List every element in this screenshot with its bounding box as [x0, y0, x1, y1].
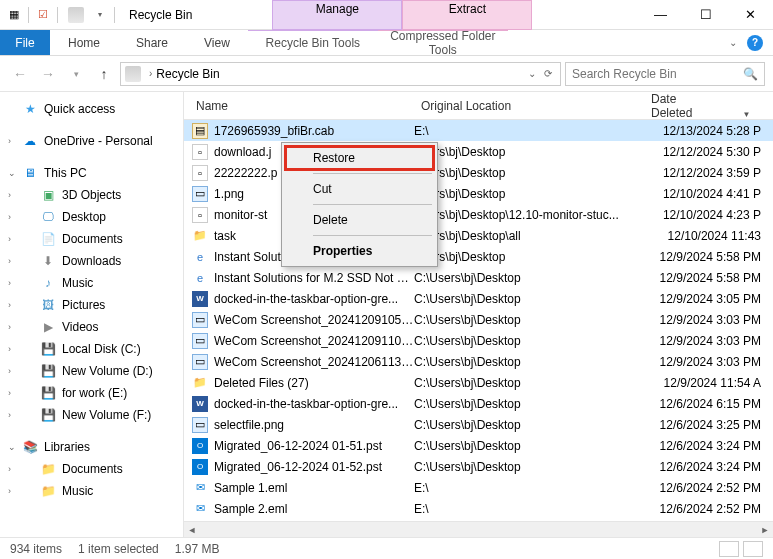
- file-row[interactable]: 📁Deleted Files (27)C:\Users\bj\Desktop12…: [184, 372, 773, 393]
- expand-icon[interactable]: ›: [8, 234, 11, 244]
- view-details-button[interactable]: [719, 541, 739, 557]
- sidebar-item[interactable]: ›📄Documents: [0, 228, 183, 250]
- horizontal-scrollbar[interactable]: ◄ ►: [184, 521, 773, 537]
- file-row[interactable]: Wdocked-in-the-taskbar-option-gre...C:\U…: [184, 288, 773, 309]
- file-date: 12/10/2024 4:23 P: [644, 208, 773, 222]
- sidebar-item[interactable]: ›💾New Volume (F:): [0, 404, 183, 426]
- sidebar-item[interactable]: ›🖼Pictures: [0, 294, 183, 316]
- expand-icon[interactable]: ›: [8, 190, 11, 200]
- help-icon[interactable]: ?: [747, 35, 763, 51]
- expand-icon[interactable]: ›: [8, 366, 11, 376]
- column-original-location[interactable]: Original Location: [409, 99, 639, 113]
- file-row[interactable]: ▭WeCom Screenshot_202412061139...C:\User…: [184, 351, 773, 372]
- file-row[interactable]: ▭selectfile.pngC:\Users\bj\Desktop12/6/2…: [184, 414, 773, 435]
- view-thumbnails-button[interactable]: [743, 541, 763, 557]
- ribbon-file-tab[interactable]: File: [0, 30, 50, 55]
- sidebar-item[interactable]: ›🖵Desktop: [0, 206, 183, 228]
- nav-up-button[interactable]: ↑: [92, 62, 116, 86]
- ribbon-compressed-tools[interactable]: Compressed Folder Tools: [378, 30, 508, 55]
- sidebar-onedrive[interactable]: › ☁ OneDrive - Personal: [0, 130, 183, 152]
- chevron-right-icon[interactable]: ›: [145, 68, 156, 79]
- qat-dropdown-icon[interactable]: ▾: [92, 7, 108, 23]
- ribbon-home-tab[interactable]: Home: [50, 30, 118, 55]
- close-button[interactable]: ✕: [728, 0, 773, 30]
- expand-icon[interactable]: ›: [8, 300, 11, 310]
- scroll-left-icon[interactable]: ◄: [184, 522, 200, 538]
- search-icon[interactable]: 🔍: [743, 67, 758, 81]
- ribbon-share-tab[interactable]: Share: [118, 30, 186, 55]
- file-row[interactable]: OMigrated_06-12-2024 01-52.pstC:\Users\b…: [184, 456, 773, 477]
- expand-icon[interactable]: ›: [8, 212, 11, 222]
- sidebar-item[interactable]: ›💾Local Disk (C:): [0, 338, 183, 360]
- status-size: 1.97 MB: [175, 542, 220, 556]
- ribbon-expand-icon[interactable]: ⌄: [729, 37, 737, 48]
- file-row[interactable]: ▫monitor-stUsers\bj\Desktop\12.10-monito…: [184, 204, 773, 225]
- expand-icon[interactable]: ›: [8, 486, 11, 496]
- collapse-icon[interactable]: ⌄: [8, 442, 16, 452]
- maximize-button[interactable]: ☐: [683, 0, 728, 30]
- refresh-icon[interactable]: ⟳: [540, 68, 556, 79]
- file-row[interactable]: eInstant Solutions for ... Users\bj\Desk…: [184, 246, 773, 267]
- address-dropdown-icon[interactable]: ⌄: [524, 68, 540, 79]
- sidebar-item[interactable]: ›▣3D Objects: [0, 184, 183, 206]
- expand-icon[interactable]: ›: [8, 136, 11, 146]
- file-row[interactable]: ▭WeCom Screenshot_202412091100...C:\User…: [184, 330, 773, 351]
- qat-properties-icon[interactable]: ▦: [6, 7, 22, 23]
- file-row[interactable]: eInstant Solutions for M.2 SSD Not S...C…: [184, 267, 773, 288]
- sidebar-item[interactable]: ›💾for work (E:): [0, 382, 183, 404]
- file-row[interactable]: Wdocked-in-the-taskbar-option-gre...C:\U…: [184, 393, 773, 414]
- sidebar-item[interactable]: ›♪Music: [0, 272, 183, 294]
- minimize-button[interactable]: —: [638, 0, 683, 30]
- context-tab-extract[interactable]: Extract: [402, 0, 532, 30]
- sidebar-libraries[interactable]: ⌄ 📚 Libraries: [0, 436, 183, 458]
- expand-icon[interactable]: ›: [8, 256, 11, 266]
- file-row[interactable]: OMigrated_06-12-2024 01-51.pstC:\Users\b…: [184, 435, 773, 456]
- context-restore[interactable]: Restore: [285, 146, 434, 170]
- sidebar-this-pc[interactable]: ⌄ 🖥 This PC: [0, 162, 183, 184]
- sidebar-item[interactable]: ›▶Videos: [0, 316, 183, 338]
- expand-icon[interactable]: ›: [8, 410, 11, 420]
- file-list[interactable]: ▤1726965939_bfiBr.cabE:\12/13/2024 5:28 …: [184, 120, 773, 521]
- file-row[interactable]: ✉Sample 1.emlE:\12/6/2024 2:52 PM: [184, 477, 773, 498]
- sidebar-item[interactable]: ›📁Documents: [0, 458, 183, 480]
- context-delete[interactable]: Delete: [285, 208, 434, 232]
- file-row[interactable]: ▤1726965939_bfiBr.cabE:\12/13/2024 5:28 …: [184, 120, 773, 141]
- expand-icon[interactable]: ›: [8, 278, 11, 288]
- sidebar-item[interactable]: ›📁Music: [0, 480, 183, 502]
- expand-icon[interactable]: ›: [8, 464, 11, 474]
- file-row[interactable]: ▫22222222.pUsers\bj\Desktop12/12/2024 3:…: [184, 162, 773, 183]
- scroll-right-icon[interactable]: ►: [757, 522, 773, 538]
- column-date-deleted[interactable]: Date Deleted▼: [639, 92, 773, 120]
- file-row[interactable]: ▭WeCom Screenshot_202412091059...C:\User…: [184, 309, 773, 330]
- ribbon-recyclebin-tools[interactable]: Recycle Bin Tools: [248, 30, 378, 55]
- context-tab-manage[interactable]: Manage: [272, 0, 402, 30]
- file-location: C:\Users\bj\Desktop: [414, 376, 644, 390]
- nav-back-button[interactable]: ←: [8, 62, 32, 86]
- nav-forward-button[interactable]: →: [36, 62, 60, 86]
- sidebar-item[interactable]: ›⬇Downloads: [0, 250, 183, 272]
- file-date: 12/13/2024 5:28 P: [644, 124, 773, 138]
- expand-icon[interactable]: ›: [8, 344, 11, 354]
- column-name[interactable]: Name: [184, 99, 409, 113]
- context-cut[interactable]: Cut: [285, 177, 434, 201]
- search-box[interactable]: 🔍: [565, 62, 765, 86]
- search-input[interactable]: [572, 67, 743, 81]
- sidebar-quick-access[interactable]: ★ Quick access: [0, 98, 183, 120]
- file-row[interactable]: 📁taskUsers\bj\Desktop\all12/10/2024 11:4…: [184, 225, 773, 246]
- nav-recent-dropdown[interactable]: ▾: [64, 62, 88, 86]
- file-row[interactable]: ▭1.pngUsers\bj\Desktop12/10/2024 4:41 P: [184, 183, 773, 204]
- ribbon-view-tab[interactable]: View: [186, 30, 248, 55]
- sidebar-item[interactable]: ›💾New Volume (D:): [0, 360, 183, 382]
- file-row[interactable]: ✉Sample 2.emlE:\12/6/2024 2:52 PM: [184, 498, 773, 519]
- sidebar-label: Documents: [62, 462, 123, 476]
- file-date: 12/9/2024 11:54 A: [644, 376, 773, 390]
- expand-icon[interactable]: ›: [8, 322, 11, 332]
- context-properties[interactable]: Properties: [285, 239, 434, 263]
- address-bar[interactable]: › Recycle Bin ⌄ ⟳: [120, 62, 561, 86]
- qat-check-icon[interactable]: ☑: [35, 7, 51, 23]
- expand-icon[interactable]: ›: [8, 388, 11, 398]
- collapse-icon[interactable]: ⌄: [8, 168, 16, 178]
- file-type-icon: ▭: [192, 417, 208, 433]
- star-icon: ★: [22, 101, 38, 117]
- file-row[interactable]: ▫download.jUsers\bj\Desktop12/12/2024 5:…: [184, 141, 773, 162]
